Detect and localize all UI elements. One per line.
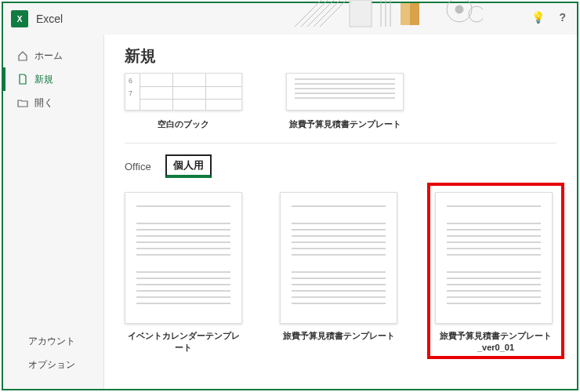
page-title: 新規	[125, 45, 556, 67]
template-thumb	[435, 192, 553, 324]
sidebar-item-label: 新規	[34, 73, 53, 86]
template-thumb	[125, 192, 242, 324]
template-travel-budget[interactable]: 旅費予算見積書テンプレート	[286, 73, 404, 130]
template-thumb	[286, 73, 404, 111]
sidebar-item-open[interactable]: 開く	[3, 91, 103, 114]
app-window: X Excel ホー	[2, 2, 578, 390]
template-thumb: 6 7	[125, 73, 242, 111]
svg-point-12	[455, 5, 463, 13]
svg-point-11	[447, 0, 472, 22]
sidebar-item-label: ホーム	[34, 49, 63, 63]
document-icon	[17, 74, 28, 85]
sidebar-item-home[interactable]: ホーム	[3, 44, 103, 67]
svg-line-3	[314, 0, 342, 27]
sidebar-item-options[interactable]: オプション	[3, 353, 103, 376]
sidebar-item-new[interactable]: 新規	[3, 67, 103, 91]
app-title: Excel	[36, 13, 63, 25]
svg-rect-10	[401, 3, 410, 25]
svg-line-2	[307, 0, 335, 27]
header-bar: X Excel	[3, 3, 577, 34]
excel-app-icon: X	[11, 10, 28, 27]
header-actions	[531, 11, 566, 24]
body: ホーム 新規 開く アカウント オプション	[3, 34, 577, 389]
svg-rect-5	[350, 0, 372, 27]
row-number: 6	[129, 77, 132, 85]
home-icon	[17, 50, 28, 61]
tab-personal[interactable]: 個人用	[165, 154, 212, 178]
svg-line-0	[295, 0, 323, 27]
svg-point-13	[469, 6, 483, 22]
sidebar: ホーム 新規 開く アカウント オプション	[3, 34, 103, 389]
divider	[125, 143, 556, 143]
sidebar-bottom: アカウント オプション	[3, 329, 103, 389]
template-label: 旅費予算見積書テンプレート	[286, 118, 404, 130]
template-thumb	[280, 192, 397, 324]
tab-office[interactable]: Office	[125, 161, 151, 172]
sidebar-item-label: 開く	[34, 96, 53, 110]
template-blank-workbook[interactable]: 6 7 空白のブック	[125, 73, 242, 130]
svg-line-1	[301, 0, 329, 27]
header-decoration	[295, 0, 483, 30]
sidebar-item-label: アカウント	[28, 335, 75, 348]
main-content: 新規 6 7 空白のブック	[103, 34, 577, 389]
svg-rect-9	[401, 3, 419, 25]
template-card-event-calendar[interactable]: イベントカレンダーテンプレート	[125, 192, 242, 354]
template-label: イベントカレンダーテンプレート	[125, 330, 242, 354]
svg-line-4	[320, 0, 348, 27]
lightbulb-icon[interactable]	[531, 11, 545, 24]
quick-templates-row: 6 7 空白のブック 旅費予算見積書テンプレート	[125, 73, 556, 130]
template-source-tabs: Office 個人用	[125, 154, 556, 178]
row-number: 7	[129, 89, 132, 97]
help-icon[interactable]	[559, 11, 566, 24]
folder-open-icon	[17, 97, 28, 108]
personal-templates-row: イベントカレンダーテンプレート 旅費予算見積書テンプレート 旅費予算見積書テンプ…	[125, 192, 556, 354]
template-card-travel-budget-ver0-01[interactable]: 旅費予算見積書テンプレート_ver0_01	[435, 192, 556, 354]
sidebar-item-account[interactable]: アカウント	[3, 329, 103, 353]
template-label: 空白のブック	[125, 118, 242, 130]
template-card-travel-budget[interactable]: 旅費予算見積書テンプレート	[280, 192, 397, 354]
template-label: 旅費予算見積書テンプレート_ver0_01	[435, 330, 556, 354]
sidebar-item-label: オプション	[28, 358, 75, 372]
template-label: 旅費予算見積書テンプレート	[280, 330, 397, 342]
